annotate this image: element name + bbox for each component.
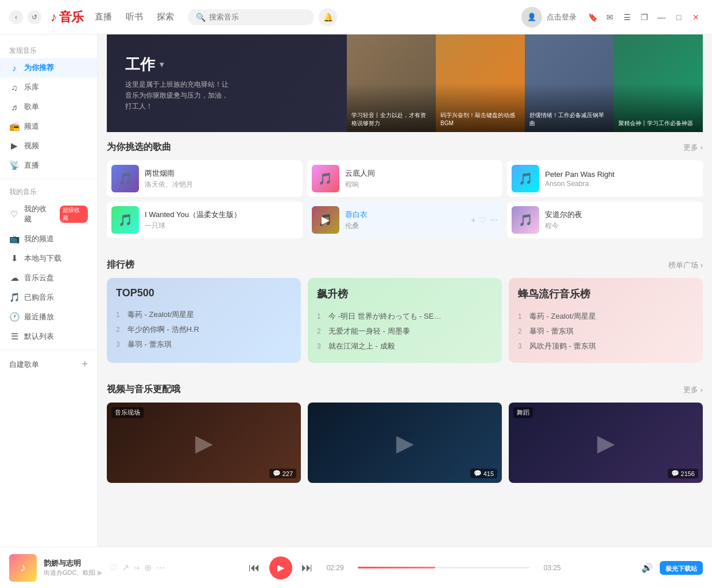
live-icon: 📡	[9, 160, 20, 171]
song-item-5[interactable]: 🎵 ▶ 蓉白衣 伦桑 + ♡ ⋯	[307, 202, 503, 238]
player-next-button[interactable]: ⏭	[301, 561, 313, 574]
bookmark-icon[interactable]: 🔖	[586, 10, 599, 24]
player-artist: 街道办GDC、欧阳▶	[44, 568, 102, 577]
brand-logo[interactable]: 极光下载站	[660, 561, 703, 575]
pip-icon[interactable]: ❐	[637, 10, 651, 24]
sidebar-item-cloud[interactable]: ☁ 音乐云盘	[0, 268, 97, 288]
song-item-3[interactable]: 🎵 Peter Pan Was Right Anson Seabra	[507, 160, 703, 197]
banner-card-4[interactable]: 聚精会神丨学习工作必备神器	[614, 34, 703, 132]
banner-card-3[interactable]: 舒缓情绪！工作必备减压钢琴曲	[525, 34, 614, 132]
menu-icon[interactable]: ☰	[620, 10, 634, 24]
player-info: 韵娇与志明 街道办GDC、欧阳▶	[44, 558, 102, 577]
song-item-6[interactable]: 🎵 安道尔的夜 程今	[507, 202, 703, 238]
search-input[interactable]	[209, 13, 301, 21]
song-item-4[interactable]: 🎵 I Wanted You（温柔女生版） 一只球	[107, 202, 303, 238]
sidebar-item-library[interactable]: ♫ 乐库	[0, 78, 97, 97]
sidebar-item-local[interactable]: ⬇ 本地与下载	[0, 249, 97, 268]
player-play-button[interactable]: ▶	[269, 556, 292, 579]
chart-item-3-2[interactable]: 2 暴羽 - 蕾东琪	[518, 324, 694, 339]
sidebar-item-channel[interactable]: 📻 频道	[0, 117, 97, 136]
close-button[interactable]: ✕	[689, 10, 703, 24]
player-time-total: 03:25	[544, 564, 561, 572]
banner-dropdown-icon[interactable]: ▾	[160, 60, 164, 69]
song-info-3: Peter Pan Was Right Anson Seabra	[545, 170, 698, 188]
notification-bell[interactable]: 🔔	[319, 8, 337, 26]
player-like-button[interactable]: ♡	[109, 562, 117, 573]
recommended-more[interactable]: 更多 ›	[683, 142, 703, 153]
chart-song-name: 风吹丹顶鹤 - 蕾东琪	[529, 341, 596, 351]
video-thumb-2: ▶ 💬 415	[308, 403, 502, 483]
add-to-list-button[interactable]: +	[471, 215, 475, 225]
chart-hummingbird[interactable]: 蜂鸟流行音乐榜 1 毒药 - Zealot/周星星 2 暴羽 - 蕾东琪 3 风…	[509, 278, 703, 363]
sidebar-item-recommended[interactable]: ♪ 为你推荐	[0, 58, 97, 78]
more-button[interactable]: ⋯	[490, 215, 498, 225]
banner-card-2[interactable]: 码字兴奋剂！敲击键盘的动感BGM	[436, 34, 525, 132]
chart-item-2-1[interactable]: 1 今 -明日 世界が終わっても - SEVENTE...	[317, 309, 493, 324]
chart-item-2-3[interactable]: 3 就在江湖之上 - 成毅	[317, 339, 493, 354]
video-card-3[interactable]: ▶ 舞蹈 💬 2156	[509, 403, 703, 483]
nav-audiobook[interactable]: 听书	[126, 9, 143, 25]
refresh-button[interactable]: ↺	[28, 10, 41, 24]
top-nav: 直播 听书 探索	[95, 9, 174, 25]
nav-explore[interactable]: 探索	[157, 9, 174, 25]
chart-item-3-3[interactable]: 3 风吹丹顶鹤 - 蕾东琪	[518, 339, 694, 354]
player-more-button[interactable]: ⋯	[156, 562, 165, 573]
sidebar-item-playlist[interactable]: ♬ 歌单	[0, 97, 97, 117]
maximize-button[interactable]: □	[672, 10, 686, 24]
back-button[interactable]: ‹	[9, 10, 23, 24]
sidebar-divider	[0, 179, 97, 179]
nav-live[interactable]: 直播	[95, 9, 112, 25]
chart-item-1-3[interactable]: 3 暴羽 - 蕾东琪	[116, 337, 292, 352]
sidebar-item-live[interactable]: 📡 直播	[0, 156, 97, 175]
videos-more[interactable]: 更多 ›	[683, 385, 703, 395]
search-bar[interactable]: 🔍	[188, 9, 314, 25]
chart-rank: 1	[116, 311, 124, 319]
chart-top500[interactable]: TOP500 1 毒药 - Zealot/周星星 2 年少的你啊 - 浩然H.R…	[107, 278, 301, 363]
recommended-title: 为你挑选的歌曲	[107, 141, 171, 153]
song-info-4: I Wanted You（温柔女生版） 一只球	[145, 210, 298, 231]
chart-item-3-1[interactable]: 1 毒药 - Zealot/周星星	[518, 309, 694, 324]
song-artist-3: Anson Seabra	[545, 180, 698, 188]
player-share-button[interactable]: ↗	[122, 562, 129, 573]
list-icon: ☰	[9, 331, 20, 342]
song-info-2: 云底人间 程响	[345, 168, 498, 189]
player-add-button[interactable]: ⊕	[144, 562, 152, 573]
add-playlist-button[interactable]: +	[82, 358, 88, 370]
sidebar-item-video[interactable]: ▶ 视频	[0, 136, 97, 156]
player-progress-bar[interactable]	[358, 567, 530, 568]
charts-more[interactable]: 榜单广场 ›	[668, 260, 703, 270]
chart-item-1-2[interactable]: 2 年少的你啊 - 浩然H.R	[116, 322, 292, 337]
banner-section: 工作 ▾ 这里是属于上班族的充电驿站！让音乐为你驱散疲惫与压力，加油，打工人！ …	[107, 34, 703, 132]
chart-item-2-2[interactable]: 2 无爱才能一身轻 - 周墨黍	[317, 324, 493, 339]
like-button[interactable]: ♡	[479, 215, 486, 225]
volume-icon[interactable]: 🔊	[641, 562, 653, 573]
player-prev-button[interactable]: ⏮	[249, 561, 260, 574]
song-item-1[interactable]: 🎵 两世烟雨 洛天依、冷悒月	[107, 160, 303, 197]
song-info-6: 安道尔的夜 程今	[545, 210, 698, 231]
song-item-2[interactable]: 🎵 云底人间 程响	[307, 160, 503, 197]
chart-rank: 2	[317, 327, 325, 335]
chart-song-name: 就在江湖之上 - 成毅	[328, 341, 395, 351]
sidebar-item-my-channel[interactable]: 📺 我的频道	[0, 229, 97, 249]
recent-icon: 🕐	[9, 312, 20, 322]
chart-item-1-1[interactable]: 1 毒药 - Zealot/周星星	[116, 307, 292, 322]
banner-card-1[interactable]: 学习轻音丨全力以赴，才有资格说够努力	[347, 34, 436, 132]
sidebar-item-label: 已购音乐	[24, 292, 54, 303]
sidebar-item-recent[interactable]: 🕐 最近播放	[0, 307, 97, 327]
minimize-button[interactable]: —	[655, 10, 668, 24]
play-overlay-5: ▶	[312, 206, 339, 234]
sidebar-create-playlist[interactable]: 自建歌单 +	[0, 354, 97, 375]
mail-icon[interactable]: ✉	[603, 10, 617, 24]
sidebar-item-default-list[interactable]: ☰ 默认列表	[0, 327, 97, 346]
create-playlist-label: 自建歌单	[9, 359, 39, 370]
chart-trending[interactable]: 飙升榜 1 今 -明日 世界が終わっても - SEVENTE... 2 无爱才能…	[308, 278, 502, 363]
sidebar-item-purchased[interactable]: 🎵 已购音乐	[0, 288, 97, 307]
player-share2-button[interactable]: ↪	[134, 564, 140, 572]
sidebar-item-favorites[interactable]: ♡ 我的收藏 超级收藏	[0, 199, 97, 229]
player-actions-left: ♡ ↗ ↪ ⊕ ⋯	[109, 562, 165, 573]
sidebar: 发现音乐 ♪ 为你推荐 ♫ 乐库 ♬ 歌单 📻 频道 ▶ 视频 📡 直播 我的音…	[0, 34, 98, 588]
login-button[interactable]: 点击登录	[547, 12, 576, 22]
video-card-2[interactable]: ▶ 💬 415	[308, 403, 502, 483]
app-logo: ♪ 音乐	[51, 9, 83, 26]
video-card-1[interactable]: ▶ 音乐现场 💬 227	[107, 403, 301, 483]
